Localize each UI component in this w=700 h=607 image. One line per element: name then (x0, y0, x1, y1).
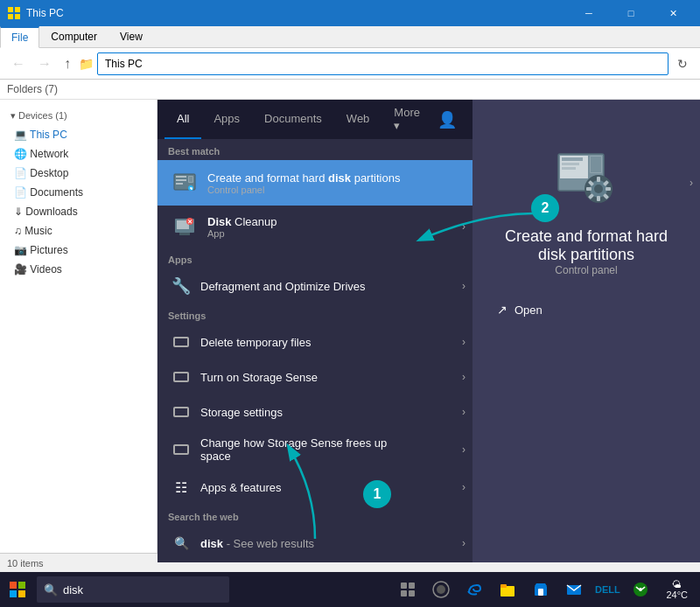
taskbar: 🔍 (0, 572, 700, 607)
taskbar-search-input[interactable] (63, 583, 186, 597)
search-tab-all[interactable]: All (164, 100, 201, 139)
search-tab-documents[interactable]: Documents (252, 100, 334, 139)
search-person-icon[interactable]: 👤 (432, 110, 462, 129)
taskbar-search-icon: 🔍 (44, 583, 58, 597)
path-icon: 📁 (79, 57, 94, 71)
sidebar-item-videos[interactable]: 🎥 Videos (0, 260, 157, 279)
open-label: Open (514, 304, 542, 317)
defrag-chevron: › (462, 280, 466, 292)
title-bar-icon (7, 6, 21, 20)
svg-rect-40 (401, 583, 407, 589)
sidebar-item-desktop[interactable]: 📄 Desktop (0, 164, 157, 183)
taskbar-explorer[interactable] (494, 572, 521, 607)
change-storage-item[interactable]: Change how Storage Sense frees upspace › (158, 429, 472, 470)
minimize-button[interactable]: ─ (569, 0, 609, 26)
svg-text:✕: ✕ (187, 219, 192, 225)
svg-point-45 (437, 585, 445, 594)
open-icon: ↗ (497, 303, 508, 317)
back-button[interactable]: ← (7, 54, 30, 73)
sidebar-item-pictures[interactable]: 📷 Pictures (0, 241, 157, 260)
address-input[interactable] (97, 52, 668, 75)
svg-rect-30 (606, 187, 611, 191)
address-bar: ← → ↑ 📁 ↻ (0, 48, 700, 80)
taskbar-xbox[interactable] (627, 572, 654, 607)
svg-rect-28 (597, 196, 600, 201)
defrag-icon: 🔧 (171, 276, 192, 297)
best-match-item[interactable]: Create and format hard disk partitions C… (158, 160, 472, 206)
storage-settings-icon (171, 401, 192, 422)
apps-section-label: Apps (158, 248, 472, 269)
svg-rect-9 (189, 177, 192, 182)
web-search-icon: 🔍 (171, 533, 192, 554)
start-button[interactable] (0, 572, 35, 607)
svg-rect-0 (8, 7, 13, 12)
taskbar-mail[interactable] (561, 572, 587, 607)
web-section-label: Search the web (158, 505, 472, 526)
taskbar-cortana[interactable] (428, 572, 454, 607)
taskbar-search-bar[interactable]: 🔍 (37, 576, 229, 603)
apps-features-chevron: › (462, 481, 466, 493)
search-tabs: All Apps Documents Web More ▾ 👤 ⋮ (158, 100, 472, 139)
sidebar-item-downloads[interactable]: ⇓ Downloads (0, 202, 157, 221)
forward-button[interactable]: → (33, 54, 56, 73)
maximize-button[interactable]: □ (611, 0, 651, 26)
detail-actions: ↗ Open (490, 297, 682, 322)
close-button[interactable]: ✕ (653, 0, 693, 26)
taskbar-dell[interactable]: DELL (594, 572, 620, 607)
sidebar-item-documents[interactable]: 📄 Documents (0, 183, 157, 202)
change-storage-title: Change how Storage Sense frees upspace (200, 436, 462, 463)
svg-point-26 (594, 185, 603, 193)
apps-features-icon: ☷ (171, 477, 192, 498)
web-search-item[interactable]: 🔍 disk - See web results › (158, 526, 472, 561)
sidebar-item-thispc[interactable]: 💻 This PC (0, 125, 157, 144)
taskbar-task-view[interactable] (395, 572, 421, 607)
svg-rect-5 (176, 176, 186, 178)
ribbon-tab-view[interactable]: View (108, 26, 154, 47)
sidebar: ▾ Devices (1) 💻 This PC 🌐 Network 📄 Desk… (0, 100, 158, 597)
up-button[interactable]: ↑ (60, 54, 75, 73)
sidebar-item-music[interactable]: ♫ Music (0, 221, 157, 241)
svg-rect-36 (10, 582, 17, 589)
search-tab-web[interactable]: Web (334, 100, 382, 139)
detail-open-action[interactable]: ↗ Open (490, 297, 682, 322)
ribbon-tab-file[interactable]: File (0, 26, 39, 48)
storage-sense-item[interactable]: Turn on Storage Sense › (158, 359, 472, 394)
sidebar-item-network[interactable]: 🌐 Network (0, 144, 157, 164)
refresh-button[interactable]: ↻ (672, 55, 693, 73)
taskbar-edge[interactable] (461, 572, 487, 607)
svg-rect-43 (409, 590, 415, 597)
folder-count: Folders (7) (7, 83, 58, 95)
svg-rect-20 (562, 163, 579, 165)
delete-temp-item[interactable]: Delete temporary files › (158, 324, 472, 359)
title-bar-controls: ─ □ ✕ (569, 0, 693, 26)
storage-settings-item[interactable]: Storage settings › (158, 394, 472, 429)
ribbon-tab-computer[interactable]: Computer (39, 26, 108, 47)
svg-rect-29 (586, 187, 592, 191)
disk-cleanup-item[interactable]: ✕ Disk Cleanup App › (158, 206, 472, 248)
change-storage-chevron: › (462, 443, 466, 456)
disk-cleanup-subtitle: App (207, 228, 462, 239)
search-tab-more[interactable]: More ▾ (382, 100, 432, 139)
best-match-icon (171, 169, 199, 197)
taskbar-right: DELL 🌤 24°C (395, 572, 700, 607)
svg-rect-2 (8, 14, 13, 19)
search-tab-apps[interactable]: Apps (201, 100, 252, 139)
search-left-panel: All Apps Documents Web More ▾ 👤 ⋮ Best (158, 100, 472, 562)
delete-temp-chevron: › (462, 336, 466, 348)
apps-features-text: Apps & features (200, 481, 462, 494)
svg-rect-47 (500, 584, 507, 588)
svg-rect-3 (15, 14, 20, 19)
taskbar-store[interactable] (528, 572, 554, 607)
apps-features-item[interactable]: ☷ Apps & features › (158, 470, 472, 505)
storage-settings-title: Storage settings (200, 406, 462, 419)
svg-rect-19 (562, 157, 583, 161)
svg-rect-38 (10, 590, 17, 597)
ribbon-tabs: File Computer View (0, 26, 700, 47)
defrag-item[interactable]: 🔧 Defragment and Optimize Drives › (158, 269, 472, 304)
best-match-subtitle: Control panel (207, 185, 462, 195)
best-match-text: Create and format hard disk partitions C… (207, 171, 462, 195)
title-bar-title: This PC (26, 7, 569, 19)
storage-sense-text: Turn on Storage Sense (200, 371, 462, 384)
delete-temp-icon (171, 331, 192, 352)
svg-rect-27 (597, 177, 600, 182)
